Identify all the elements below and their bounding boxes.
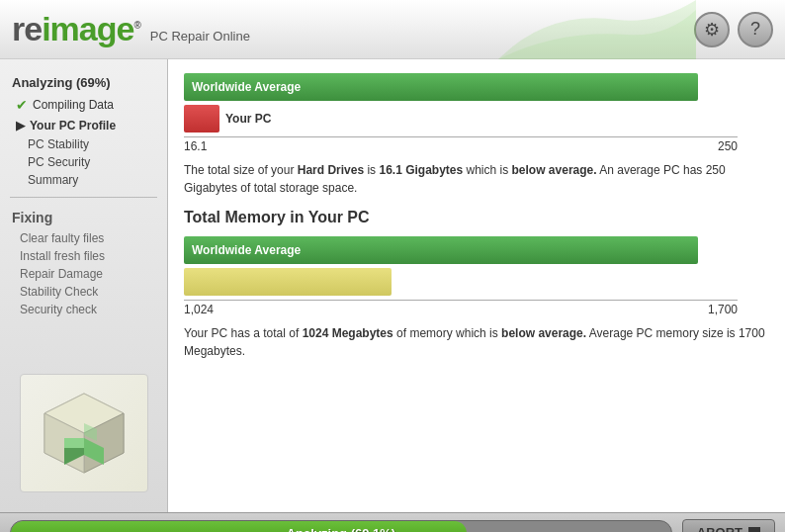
progress-fill [11, 521, 467, 533]
mem-yourpc-bar [184, 268, 392, 296]
sidebar-fix-clearfiles[interactable]: Clear faulty files [0, 229, 167, 247]
hdd-worldwide-bar-row: Worldwide Average [184, 73, 769, 101]
abort-label: ABORT [697, 525, 742, 532]
hdd-desc-bold3: below average. [512, 163, 597, 177]
sidebar: Analyzing (69%) ✔ Compiling Data ▶ Your … [0, 59, 168, 512]
logo-subtitle: PC Repair Online [150, 29, 250, 44]
progress-container: Analyzing (69.1%) [10, 520, 672, 533]
sidebar-fix-stabilitycheck[interactable]: Stability Check [0, 283, 167, 301]
sidebar-item-pcstability[interactable]: PC Stability [0, 135, 167, 153]
sidebar-image-area [0, 318, 167, 502]
main-layout: Analyzing (69%) ✔ Compiling Data ▶ Your … [0, 59, 785, 512]
mem-desc-bold2: below average. [501, 326, 586, 340]
hdd-worldwide-bar: Worldwide Average [184, 73, 698, 101]
sidebar-fix-repairdamage[interactable]: Repair Damage [0, 265, 167, 283]
sidebar-fix-installfiles[interactable]: Install fresh files [0, 247, 167, 265]
hdd-scale: 16.1 250 [184, 136, 738, 153]
mem-desc-1: Your PC has a total of [184, 326, 303, 340]
hdd-desc-1: The total size of your [184, 163, 298, 177]
hdd-desc-bold2: 16.1 Gigabytes [379, 163, 463, 177]
sidebar-item-pcprofile[interactable]: ▶ Your PC Profile [0, 116, 167, 135]
mem-worldwide-bar-row: Worldwide Average [184, 236, 769, 264]
analyzing-title: Analyzing (69%) [0, 69, 167, 94]
hdd-desc-2: is [364, 163, 379, 177]
mem-scale-min: 1,024 [184, 303, 214, 316]
hdd-desc-bold1: Hard Drives [298, 163, 364, 177]
header-swirl [498, 0, 696, 59]
cube-image [20, 374, 148, 492]
content-area: Worldwide Average Your PC 16.1 250 The t… [168, 59, 785, 512]
help-button[interactable]: ? [738, 12, 773, 47]
mem-scale: 1,024 1,700 [184, 300, 738, 316]
sidebar-item-summary[interactable]: Summary [0, 171, 167, 189]
header-icons: ⚙ ? [694, 12, 773, 47]
abort-button[interactable]: ABORT [682, 519, 775, 532]
bottom-bar: Analyzing (69.1%) ABORT [0, 512, 785, 532]
hdd-yourpc-bar-row: Your PC [184, 105, 769, 133]
mem-desc-2: of memory which is [393, 326, 501, 340]
mem-desc-bold1: 1024 Megabytes [303, 326, 393, 340]
hdd-chart: Worldwide Average Your PC 16.1 250 [184, 73, 769, 153]
hdd-scale-min: 16.1 [184, 139, 207, 153]
logo-image-text: image [42, 10, 133, 47]
mem-worldwide-bar: Worldwide Average [184, 236, 698, 264]
hdd-worldwide-label: Worldwide Average [184, 80, 301, 94]
sidebar-item-pcsecurity[interactable]: PC Security [0, 153, 167, 171]
hdd-desc-3: which is [463, 163, 511, 177]
hdd-yourpc-bar [184, 105, 219, 133]
mem-yourpc-bar-row [184, 268, 769, 296]
sidebar-item-compiling[interactable]: ✔ Compiling Data [0, 94, 167, 116]
logo-re: re [12, 10, 42, 47]
logo-text: reimage® [12, 10, 140, 48]
sidebar-fix-securitycheck[interactable]: Security check [0, 301, 167, 318]
logo-area: reimage® PC Repair Online [12, 10, 250, 48]
hdd-scale-max: 250 [718, 139, 738, 153]
hdd-description: The total size of your Hard Drives is 16… [184, 161, 769, 197]
mem-description: Your PC has a total of 1024 Megabytes of… [184, 324, 769, 360]
fixing-title: Fixing [0, 206, 167, 229]
abort-square-icon [748, 527, 760, 533]
sidebar-label-compiling: Compiling Data [33, 98, 114, 112]
arrow-icon: ▶ [16, 119, 25, 133]
mem-section-title: Total Memory in Your PC [184, 209, 769, 226]
settings-button[interactable]: ⚙ [694, 12, 730, 47]
mem-chart: Worldwide Average 1,024 1,700 [184, 236, 769, 316]
progress-text: Analyzing (69.1%) [287, 525, 396, 532]
check-icon: ✔ [16, 97, 28, 113]
sidebar-label-pcprofile: Your PC Profile [30, 119, 116, 133]
logo-reg: ® [133, 20, 139, 31]
hdd-yourpc-label: Your PC [219, 105, 271, 133]
sidebar-divider [10, 197, 157, 198]
mem-worldwide-label: Worldwide Average [184, 243, 301, 257]
mem-scale-max: 1,700 [708, 303, 738, 316]
header: reimage® PC Repair Online ⚙ ? [0, 0, 785, 59]
svg-marker-6 [64, 438, 84, 448]
